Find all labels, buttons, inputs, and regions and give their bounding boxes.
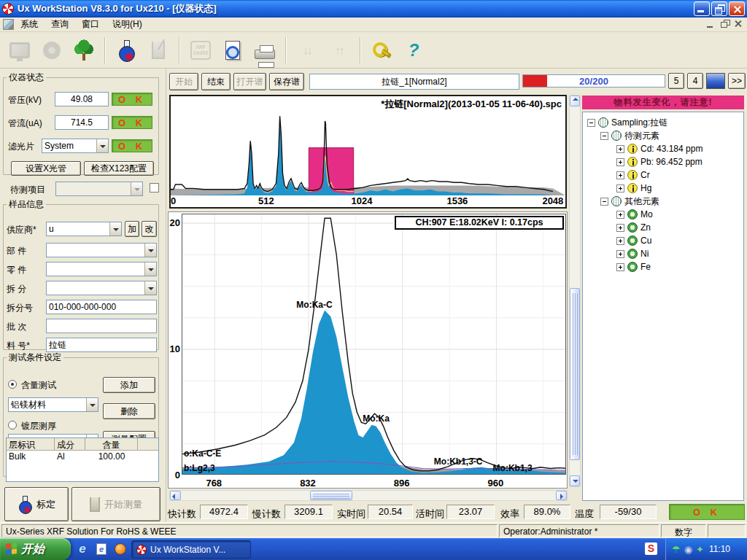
chevron-down-icon[interactable]	[144, 244, 156, 257]
info-icon	[627, 183, 638, 193]
delete-condition-button[interactable]: 删除	[103, 403, 155, 419]
explorer-doc-icon[interactable]: e	[95, 542, 108, 556]
child-window-icon[interactable]	[3, 19, 14, 30]
restore-button[interactable]	[711, 1, 727, 16]
overview-spectrum-chart[interactable]	[171, 96, 565, 195]
add-condition-button[interactable]: 添加	[103, 377, 155, 393]
vertical-scroll-thumb[interactable]	[570, 288, 580, 460]
help-icon[interactable]: ?	[400, 36, 427, 65]
chart-vertical-scrollbar[interactable]	[569, 95, 581, 487]
collapse-icon[interactable]	[600, 198, 608, 206]
main-spectrum-chart[interactable]: Mo:Ka-CMo:Kao:Ka-C-Eb:Lg2,3Mo:Kb1,3-CMo:…	[182, 214, 566, 475]
mdi-restore-button[interactable]	[719, 19, 730, 29]
spectrum-color-swatch[interactable]	[706, 73, 725, 89]
add-supplier-button[interactable]: 加	[125, 221, 139, 237]
content-test-radio[interactable]	[8, 380, 17, 389]
expand-icon[interactable]	[616, 158, 624, 166]
check-x123-config-button[interactable]: 检查X123配置	[84, 161, 154, 176]
pending-item-checkbox[interactable]	[150, 183, 159, 192]
counter-label: 效率	[500, 508, 519, 521]
umbrella-tray-icon[interactable]: ☂	[672, 544, 681, 555]
calibrate-button[interactable]: 标定	[4, 487, 69, 521]
spectrum-save-button[interactable]: 保存谱	[269, 73, 304, 90]
chevron-down-icon[interactable]	[144, 281, 156, 295]
tree-item[interactable]: 其他元素	[583, 195, 743, 208]
chevron-down-icon[interactable]	[86, 398, 98, 411]
table-row[interactable]: Bulk Al 100.00	[7, 451, 158, 462]
sample-select-0[interactable]	[46, 243, 157, 257]
menu-item[interactable]: 窗口	[75, 17, 106, 32]
tree-item[interactable]: Fe	[583, 260, 743, 273]
modify-supplier-button[interactable]: 改	[142, 221, 157, 237]
sample-input-5[interactable]: 拉链	[46, 338, 157, 352]
scroll-left-button[interactable]	[170, 491, 181, 500]
coating-test-radio[interactable]	[8, 421, 17, 429]
tiger-icon[interactable]	[114, 542, 127, 556]
scroll-up-button[interactable]	[570, 96, 580, 106]
print-icon[interactable]	[251, 36, 279, 65]
report-preview-icon[interactable]	[219, 36, 247, 65]
start-button[interactable]: 开始	[0, 538, 71, 560]
calibrate-flask-icon[interactable]	[112, 36, 140, 65]
minimize-button[interactable]	[694, 1, 710, 16]
tree-item[interactable]: Cu	[583, 234, 743, 247]
tree-item[interactable]: Cr	[583, 168, 743, 182]
ie-icon[interactable]: e	[76, 542, 89, 556]
expand-icon[interactable]	[616, 224, 624, 232]
collapse-icon[interactable]	[587, 119, 595, 127]
close-button[interactable]	[729, 1, 745, 16]
export-icon: ↑↑	[328, 39, 350, 61]
layer-table-header: 层标识	[7, 438, 55, 450]
filter-select[interactable]: System	[42, 139, 109, 153]
volume-tray-icon[interactable]: ◉	[684, 544, 692, 555]
expand-icon[interactable]	[616, 263, 624, 271]
tree-item[interactable]: Ni	[583, 247, 743, 260]
status-bar: Ux-Series XRF Solution For RoHS & WEEE O…	[0, 522, 747, 538]
mdi-minimize-button[interactable]	[705, 19, 716, 29]
sample-input-4[interactable]	[46, 319, 157, 333]
sample-select-2[interactable]	[46, 281, 157, 295]
sample-select-1[interactable]	[46, 262, 157, 276]
keys-icon[interactable]	[368, 36, 395, 65]
tree-icon[interactable]	[70, 36, 98, 65]
menu-item[interactable]: 系统	[14, 17, 44, 32]
expand-icon[interactable]	[616, 145, 624, 153]
tree-item[interactable]: Mo	[583, 208, 743, 221]
next-page-button[interactable]: >>	[728, 73, 746, 89]
green-app-tray-icon[interactable]: ✦	[696, 544, 704, 555]
sup供应商-select supplier-select[interactable]: u	[46, 222, 122, 236]
tree-item[interactable]: Cd: 43.184 ppm	[583, 142, 743, 155]
tree-item[interactable]: Pb: 96.452 ppm	[583, 155, 743, 168]
scroll-right-button[interactable]	[556, 491, 567, 500]
expand-icon[interactable]	[616, 237, 624, 245]
menu-item[interactable]: 查询	[44, 17, 75, 32]
expand-icon[interactable]	[616, 184, 624, 192]
material-select[interactable]: 铝镁材料	[8, 397, 98, 412]
expand-icon[interactable]	[616, 211, 624, 219]
horizontal-scroll-thumb[interactable]	[310, 491, 352, 500]
page-button-5[interactable]: 5	[668, 73, 684, 89]
tree-item[interactable]: 待测元素	[583, 129, 743, 142]
chevron-down-icon[interactable]	[144, 262, 156, 276]
counter-label: 活时间	[416, 508, 444, 521]
ime-s-icon[interactable]: S	[645, 542, 657, 555]
mdi-close-button[interactable]	[733, 19, 744, 29]
page-button-4[interactable]: 4	[687, 73, 703, 89]
spectrum-stop-button[interactable]: 结束	[201, 73, 231, 90]
spectrum-name-field[interactable]: 拉链_1[Normal2]	[309, 74, 519, 90]
chevron-down-icon[interactable]	[96, 139, 108, 152]
taskbar-item-workstation[interactable]: Ux WorkStation V...	[131, 540, 251, 559]
sample-input-3[interactable]: 010-000-000-000	[46, 300, 157, 314]
tree-item-label: Cd: 43.184 ppm	[640, 144, 703, 154]
tree-item[interactable]: Sampling:拉链	[583, 116, 743, 129]
collapse-icon[interactable]	[600, 132, 608, 140]
menu-item[interactable]: 说明(H)	[106, 17, 149, 32]
chevron-down-icon[interactable]	[109, 222, 121, 236]
set-xray-tube-button[interactable]: 设置X光管	[11, 161, 81, 176]
expand-icon[interactable]	[616, 250, 624, 258]
tree-item[interactable]: Zn	[583, 221, 743, 234]
tree-item[interactable]: Hg	[583, 182, 743, 195]
scroll-down-button[interactable]	[570, 475, 580, 486]
chart-horizontal-scrollbar[interactable]	[169, 490, 568, 501]
expand-icon[interactable]	[616, 171, 624, 179]
